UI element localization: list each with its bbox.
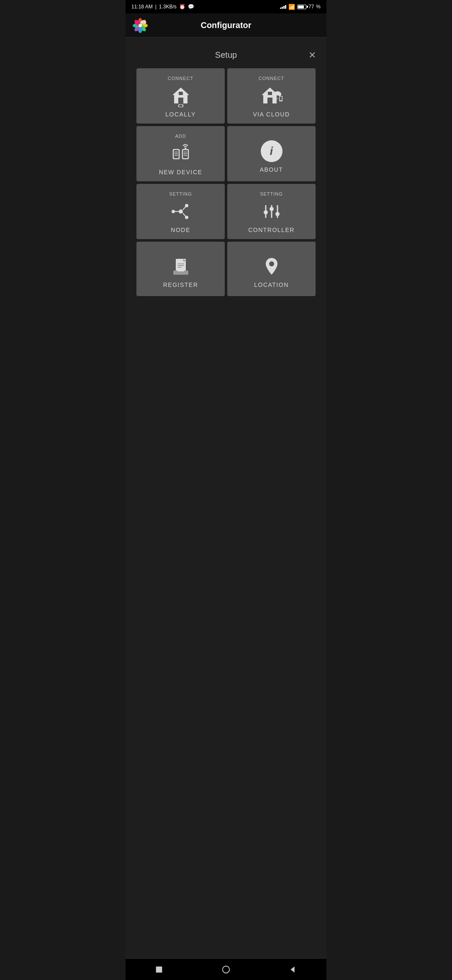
svg-rect-13 [178, 98, 183, 103]
signal-icon [280, 5, 286, 9]
map-pin-icon [260, 255, 283, 278]
svg-rect-19 [268, 92, 272, 95]
svg-rect-18 [267, 98, 272, 103]
register-button[interactable]: REGISTER [136, 242, 225, 296]
back-button[interactable] [287, 963, 299, 976]
svg-point-11 [144, 21, 146, 24]
svg-point-21 [273, 93, 277, 96]
battery-icon [297, 5, 306, 9]
svg-rect-24 [280, 97, 282, 101]
svg-point-36 [172, 210, 175, 213]
about-button[interactable]: i ABOUT [227, 126, 316, 181]
svg-line-41 [183, 213, 185, 216]
app-header: Configurator [126, 13, 326, 38]
main-content: Setup ✕ CONNECT LOCALLY [126, 38, 326, 958]
svg-rect-26 [173, 150, 179, 159]
about-label: ABOUT [260, 166, 283, 173]
setting-controller-label: CONTROLLER [248, 227, 295, 233]
setup-grid: CONNECT LOCALLY CONNECT [136, 68, 316, 296]
setting-controller-button[interactable]: SETTING CONTROLLER [227, 184, 316, 239]
svg-rect-14 [179, 92, 183, 95]
connect-locally-button[interactable]: CONNECT LOCALLY [136, 68, 225, 124]
status-bar: 11:18 AM | 1.3KB/s ⏰ 💬 📶 77% [126, 0, 326, 13]
svg-marker-58 [291, 966, 295, 972]
close-button[interactable]: ✕ [305, 48, 320, 63]
setting-node-label: NODE [171, 227, 190, 233]
connect-cloud-label: VIA CLOUD [253, 111, 290, 118]
add-device-sub-label: ADD [175, 134, 186, 139]
connect-locally-label: LOCALLY [165, 111, 196, 118]
svg-rect-54 [177, 269, 184, 271]
connect-cloud-sub-label: CONNECT [259, 76, 284, 81]
svg-point-10 [140, 21, 144, 24]
wifi-icon: 📶 [288, 4, 295, 10]
svg-rect-16 [179, 105, 182, 107]
svg-point-57 [223, 966, 230, 973]
sliders-icon [260, 200, 283, 223]
svg-point-35 [179, 209, 183, 214]
register-doc-icon [169, 255, 193, 278]
svg-line-40 [183, 207, 185, 210]
setup-title: Setup [132, 50, 320, 60]
time-display: 11:18 AM [131, 4, 153, 10]
svg-rect-27 [182, 150, 188, 159]
house-local-icon [169, 84, 193, 108]
device-wifi-icon [169, 142, 193, 165]
svg-point-43 [264, 210, 268, 214]
svg-point-47 [275, 212, 280, 216]
battery-percent: 77 [308, 4, 314, 10]
status-right: 📶 77% [280, 4, 321, 10]
network-speed: 1.3KB/s [159, 4, 177, 10]
setup-header: Setup ✕ [132, 44, 320, 68]
house-cloud-icon: VIA [260, 84, 283, 108]
alarm-icon: ⏰ [179, 4, 185, 10]
node-network-icon [169, 200, 193, 223]
svg-point-38 [185, 216, 188, 219]
home-button[interactable] [220, 963, 232, 976]
register-label: REGISTER [163, 281, 198, 288]
info-icon: i [260, 139, 283, 163]
connect-locally-sub-label: CONNECT [168, 76, 193, 81]
setting-node-button[interactable]: SETTING NODE [136, 184, 225, 239]
location-label: LOCATION [254, 281, 289, 288]
connect-cloud-button[interactable]: CONNECT VIA [227, 68, 316, 124]
whatsapp-icon: 💬 [188, 4, 194, 10]
add-device-button[interactable]: ADD [136, 126, 225, 181]
speed-display: | [155, 4, 157, 10]
location-button[interactable]: LOCATION [227, 242, 316, 296]
svg-rect-56 [156, 966, 162, 972]
status-left: 11:18 AM | 1.3KB/s ⏰ 💬 [131, 4, 194, 10]
stop-button[interactable] [153, 963, 165, 976]
svg-text:VIA: VIA [275, 97, 279, 100]
svg-point-37 [185, 204, 188, 207]
svg-point-22 [278, 93, 281, 96]
svg-point-34 [185, 147, 186, 149]
bottom-nav [126, 958, 326, 980]
svg-point-55 [269, 261, 274, 266]
add-device-label: NEW DEVICE [159, 169, 203, 175]
setting-node-sub-label: SETTING [169, 191, 192, 196]
svg-point-45 [270, 207, 274, 211]
svg-point-8 [139, 24, 142, 27]
setting-controller-sub-label: SETTING [260, 191, 283, 196]
app-logo [132, 18, 148, 34]
app-title: Configurator [148, 21, 304, 30]
